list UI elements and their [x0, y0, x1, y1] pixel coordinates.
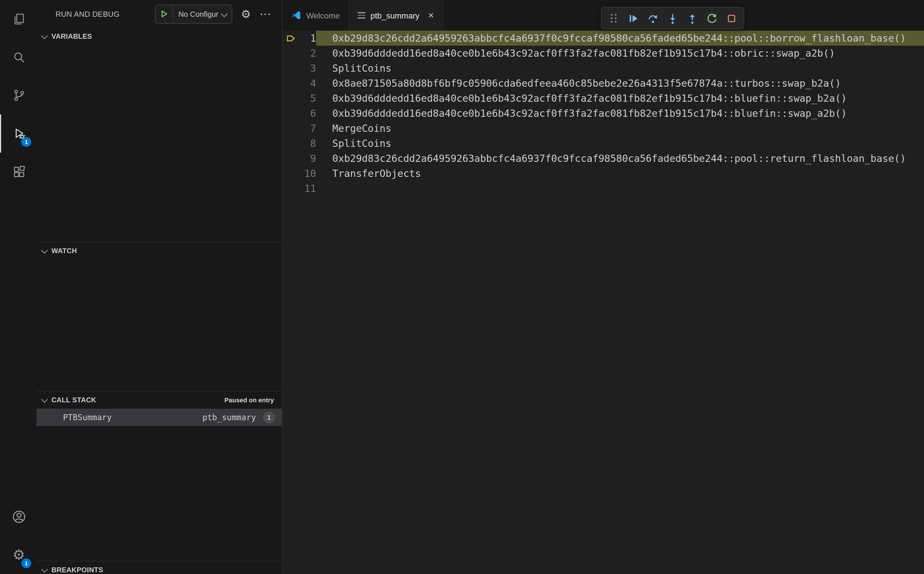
- gutter[interactable]: [283, 76, 299, 91]
- gutter[interactable]: [283, 106, 299, 121]
- continue-icon: [628, 13, 639, 24]
- tab-ptb-summary[interactable]: ptb_summary ×: [349, 0, 443, 31]
- code-text[interactable]: 0x8ae871505a80d8bf6bf9c05906cda6edfeea46…: [316, 76, 924, 91]
- run-debug-icon-button[interactable]: 1: [0, 114, 36, 153]
- vscode-window: 1 ⚙ 1 RUN AND DEBUG No Configur: [0, 0, 924, 574]
- code-text[interactable]: SplitCoins: [316, 136, 924, 151]
- close-icon[interactable]: ×: [428, 10, 434, 20]
- gutter[interactable]: [283, 121, 299, 136]
- chevron-down-icon: [41, 32, 48, 39]
- tab-label: ptb_summary: [370, 11, 420, 20]
- editor-line[interactable]: 5 0xb39d6dddedd16ed8a40ce0b1e6b43c92acf0…: [283, 91, 924, 106]
- activity-bar-bottom: ⚙ 1: [0, 498, 36, 574]
- file-list-icon: [358, 12, 365, 19]
- code-text[interactable]: MergeCoins: [316, 121, 924, 136]
- line-number[interactable]: 1: [299, 31, 316, 46]
- watch-section: WATCH: [36, 241, 282, 391]
- settings-badge: 1: [21, 558, 31, 568]
- breakpoints-section-header[interactable]: BREAKPOINTS: [36, 561, 282, 574]
- restart-button[interactable]: [702, 9, 722, 27]
- editor-line[interactable]: 7 MergeCoins: [283, 121, 924, 136]
- call-stack-section: CALL STACK Paused on entry PTBSummary pt…: [36, 391, 282, 561]
- toolbar-drag-handle[interactable]: [604, 9, 623, 27]
- stop-icon: [726, 13, 737, 24]
- files-icon: [12, 12, 26, 26]
- line-number[interactable]: 11: [299, 181, 316, 196]
- activity-bar-top: 1: [0, 0, 36, 191]
- code-text[interactable]: SplitCoins: [316, 61, 924, 76]
- code-text[interactable]: 0xb29d83c26cdd2a64959263abbcfc4a6937f0c9…: [316, 31, 924, 46]
- line-number[interactable]: 8: [299, 136, 316, 151]
- watch-section-header[interactable]: WATCH: [36, 242, 282, 260]
- step-out-button[interactable]: [682, 9, 702, 27]
- gutter[interactable]: [283, 46, 299, 61]
- line-number[interactable]: 2: [299, 46, 316, 61]
- debug-config-dropdown[interactable]: No Configur: [154, 4, 232, 24]
- debug-settings-gear-button[interactable]: ⚙: [241, 8, 251, 19]
- extensions-icon-button[interactable]: [0, 153, 36, 191]
- gutter[interactable]: [283, 181, 299, 196]
- code-editor[interactable]: 1 0xb29d83c26cdd2a64959263abbcfc4a6937f0…: [283, 31, 924, 574]
- line-number[interactable]: 6: [299, 106, 316, 121]
- editor-line[interactable]: 1 0xb29d83c26cdd2a64959263abbcfc4a6937f0…: [283, 31, 924, 46]
- step-over-button[interactable]: [643, 9, 663, 27]
- code-text[interactable]: 0xb39d6dddedd16ed8a40ce0b1e6b43c92acf0ff…: [316, 46, 924, 61]
- settings-icon-button[interactable]: ⚙ 1: [0, 536, 36, 574]
- line-number[interactable]: 9: [299, 151, 316, 166]
- editor-line[interactable]: 11: [283, 181, 924, 196]
- chevron-down-icon: [41, 247, 48, 254]
- account-icon-button[interactable]: [0, 498, 36, 536]
- code-text[interactable]: TransferObjects: [316, 166, 924, 181]
- editor-line[interactable]: 4 0x8ae871505a80d8bf6bf9c05906cda6edfeea…: [283, 76, 924, 91]
- gutter[interactable]: [283, 91, 299, 106]
- run-debug-sidebar: RUN AND DEBUG No Configur ⚙ ⋯ VARIABLES: [36, 0, 283, 574]
- code-text[interactable]: [316, 181, 924, 196]
- editor-line[interactable]: 3 SplitCoins: [283, 61, 924, 76]
- debug-badge: 1: [21, 137, 31, 147]
- editor-line[interactable]: 9 0xb29d83c26cdd2a64959263abbcfc4a6937f0…: [283, 151, 924, 166]
- code-text[interactable]: 0xb39d6dddedd16ed8a40ce0b1e6b43c92acf0ff…: [316, 91, 924, 106]
- code-text[interactable]: 0xb29d83c26cdd2a64959263abbcfc4a6937f0c9…: [316, 151, 924, 166]
- line-number[interactable]: 3: [299, 61, 316, 76]
- editor-line[interactable]: 10 TransferObjects: [283, 166, 924, 181]
- gutter[interactable]: [283, 151, 299, 166]
- step-into-button[interactable]: [663, 9, 682, 27]
- call-stack-frame-row[interactable]: PTBSummary ptb_summary 1: [36, 409, 282, 426]
- source-control-icon-button[interactable]: [0, 76, 36, 114]
- line-number[interactable]: 4: [299, 76, 316, 91]
- gear-icon: ⚙: [241, 8, 251, 19]
- gutter[interactable]: [283, 136, 299, 151]
- gutter[interactable]: [283, 61, 299, 76]
- tab-welcome[interactable]: Welcome: [283, 0, 349, 31]
- editor-line[interactable]: 8 SplitCoins: [283, 136, 924, 151]
- line-number[interactable]: 7: [299, 121, 316, 136]
- code-text[interactable]: 0xb39d6dddedd16ed8a40ce0b1e6b43c92acf0ff…: [316, 106, 924, 121]
- more-actions-button[interactable]: ⋯: [260, 8, 272, 20]
- gutter[interactable]: [283, 166, 299, 181]
- editor-line[interactable]: 6 0xb39d6dddedd16ed8a40ce0b1e6b43c92acf0…: [283, 106, 924, 121]
- extensions-icon: [12, 165, 26, 179]
- chevron-down-icon: [221, 11, 228, 17]
- stop-button[interactable]: [722, 9, 741, 27]
- call-stack-section-header[interactable]: CALL STACK Paused on entry: [36, 391, 282, 409]
- continue-button[interactable]: [623, 9, 643, 27]
- editor-line[interactable]: 2 0xb39d6dddedd16ed8a40ce0b1e6b43c92acf0…: [283, 46, 924, 61]
- start-debug-button[interactable]: [155, 5, 173, 23]
- line-number[interactable]: 10: [299, 166, 316, 181]
- account-icon: [11, 509, 26, 524]
- debug-current-line-arrow-icon: [283, 31, 299, 46]
- play-icon: [160, 10, 168, 18]
- paused-status: Paused on entry: [225, 397, 274, 404]
- activity-bar: 1 ⚙ 1: [0, 0, 36, 574]
- line-number[interactable]: 5: [299, 91, 316, 106]
- explorer-icon-button[interactable]: [0, 0, 36, 38]
- search-icon-button[interactable]: [0, 38, 36, 76]
- step-out-icon: [686, 13, 698, 24]
- frame-session-name: PTBSummary: [63, 413, 112, 422]
- variables-section-header[interactable]: VARIABLES: [36, 28, 282, 45]
- restart-icon: [706, 13, 718, 24]
- search-icon: [12, 50, 26, 64]
- chevron-down-icon: [41, 566, 48, 572]
- watch-body: [36, 260, 282, 391]
- editor-area: Welcome ptb_summary ×: [283, 0, 924, 574]
